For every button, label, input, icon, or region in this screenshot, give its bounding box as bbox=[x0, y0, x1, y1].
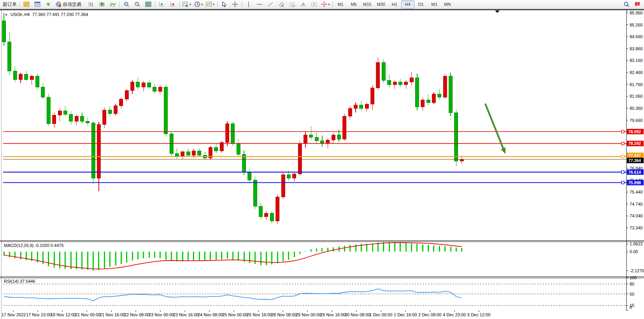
line-chart-button[interactable] bbox=[107, 0, 118, 9]
timeframe-m1-button[interactable]: M1 bbox=[334, 0, 347, 9]
timeframe-mn-button[interactable]: MN bbox=[441, 0, 454, 9]
price-tick-label: 81.760 bbox=[630, 82, 643, 87]
candle-body bbox=[348, 108, 352, 116]
chart-window[interactable]: 85.96085.26084.56083.86083.16082.46081.7… bbox=[0, 0, 644, 319]
price-tag-label: 77.527 bbox=[628, 153, 641, 158]
vertical-line-button[interactable] bbox=[243, 0, 254, 9]
text-button[interactable]: A bbox=[298, 0, 309, 9]
candle-body bbox=[309, 135, 313, 137]
time-tick-label: 1 Dec 00:00 bbox=[369, 312, 392, 317]
candle-body bbox=[293, 174, 296, 178]
chart-menu-icon[interactable]: ▼ bbox=[5, 13, 8, 17]
chevron-down-icon: ▾ bbox=[190, 3, 191, 6]
candle-body bbox=[47, 97, 50, 124]
profiles-icon bbox=[34, 1, 40, 7]
timeframe-m30-button[interactable]: M30 bbox=[374, 0, 388, 9]
candle-body bbox=[426, 100, 430, 103]
price-tick-label: 74.740 bbox=[630, 202, 643, 206]
text-icon: A bbox=[300, 1, 306, 7]
time-tick-label: 25 Nov 16:00 bbox=[247, 312, 272, 317]
time-tick-label: 28 Nov 08:00 bbox=[271, 312, 297, 317]
candle-body bbox=[265, 213, 268, 217]
svg-text:1: 1 bbox=[637, 2, 638, 6]
zoom-in-button[interactable] bbox=[121, 0, 132, 9]
hline-handle[interactable] bbox=[621, 130, 624, 133]
timeframe-d1-button[interactable]: D1 bbox=[414, 0, 428, 9]
candle-body bbox=[404, 82, 408, 85]
new-chart-icon bbox=[23, 1, 30, 7]
arrows-tool-button[interactable]: ▾ bbox=[319, 0, 331, 9]
tile-windows-button[interactable] bbox=[143, 0, 154, 9]
candle-body bbox=[142, 83, 145, 87]
search-icon bbox=[623, 1, 630, 7]
timeframe-w1-button[interactable]: W1 bbox=[428, 0, 441, 9]
hline-handle[interactable] bbox=[621, 171, 624, 173]
fibonacci-icon: F bbox=[289, 1, 295, 7]
new-chart-button[interactable] bbox=[21, 0, 32, 9]
notifications-button[interactable]: 1 bbox=[632, 0, 643, 9]
time-tick-label: 2 Dec 08:00 bbox=[418, 312, 441, 317]
candle-body bbox=[19, 74, 23, 79]
candle-body bbox=[287, 175, 290, 178]
svg-text:F: F bbox=[293, 5, 295, 8]
candlestick-button[interactable] bbox=[97, 0, 107, 9]
toolbar-grip bbox=[84, 1, 85, 7]
candle-body bbox=[248, 172, 251, 180]
line-chart-icon bbox=[110, 1, 116, 7]
equidistant-channel-button[interactable]: E bbox=[276, 0, 287, 9]
signals-button[interactable] bbox=[43, 0, 54, 9]
hline-handle[interactable] bbox=[621, 181, 624, 184]
templates-icon bbox=[206, 1, 212, 7]
candle-body bbox=[354, 105, 358, 109]
hline-handle[interactable] bbox=[621, 155, 624, 158]
time-tick-label: 5 Dec 12:00 bbox=[467, 312, 490, 317]
candle-body bbox=[449, 76, 453, 113]
periods-icon bbox=[194, 1, 200, 7]
rsi-tick-label: 100 bbox=[630, 275, 637, 280]
candle-body bbox=[13, 71, 17, 79]
auto-scroll-button[interactable] bbox=[167, 0, 178, 9]
zoom-out-button[interactable] bbox=[132, 0, 143, 9]
arrows-tool-icon bbox=[321, 1, 327, 7]
hline-handle[interactable] bbox=[621, 142, 624, 145]
fibonacci-button[interactable]: F bbox=[287, 0, 298, 9]
macd-tick-label: 1.0622 bbox=[630, 241, 643, 246]
periods-button[interactable]: ▾ bbox=[193, 0, 204, 9]
profiles-button[interactable] bbox=[32, 0, 43, 9]
toolbar-separator bbox=[242, 1, 242, 7]
timeframe-h1-button[interactable]: H1 bbox=[388, 0, 401, 9]
text-label-button[interactable]: T bbox=[309, 0, 319, 9]
cursor-button[interactable] bbox=[219, 0, 230, 9]
bar-chart-button[interactable] bbox=[86, 0, 97, 9]
price-tag-label: 78.992 bbox=[628, 129, 641, 134]
trend-line-icon bbox=[267, 1, 274, 7]
svg-text:A: A bbox=[301, 2, 305, 7]
candle-body bbox=[8, 42, 11, 71]
autotrading-button[interactable]: 自动交易 bbox=[54, 0, 83, 9]
timeframe-m15-button[interactable]: M15 bbox=[360, 0, 374, 9]
chart-shift-button[interactable] bbox=[156, 0, 167, 9]
templates-button[interactable]: ▾ bbox=[204, 0, 216, 9]
candle-body bbox=[315, 137, 318, 141]
timeframe-m5-button[interactable]: M5 bbox=[347, 0, 360, 9]
indicators-button[interactable]: ▾ bbox=[181, 0, 193, 9]
tile-windows-icon bbox=[145, 1, 151, 7]
candle-body bbox=[36, 76, 39, 87]
candle-body bbox=[114, 106, 118, 114]
horizontal-line-button[interactable] bbox=[254, 0, 265, 9]
macd-tick-label: 0.00 bbox=[630, 249, 638, 254]
equidistant-channel-icon: E bbox=[278, 1, 284, 7]
timeframe-h4-button[interactable]: H4 bbox=[401, 0, 414, 9]
trend-line-button[interactable] bbox=[265, 0, 276, 9]
candle-body bbox=[237, 143, 240, 154]
search-button[interactable] bbox=[621, 0, 632, 9]
rsi-name: RSI(14) bbox=[4, 279, 19, 284]
chart-shift-icon bbox=[159, 1, 165, 7]
crosshair-button[interactable] bbox=[230, 0, 240, 9]
candle-body bbox=[460, 159, 463, 161]
new-order-button[interactable]: 新订单 bbox=[1, 0, 18, 9]
candle-body bbox=[320, 141, 324, 143]
candle-body bbox=[226, 124, 229, 143]
time-tick-label: 17 Nov 2022 bbox=[2, 312, 26, 317]
candle-body bbox=[80, 116, 84, 121]
